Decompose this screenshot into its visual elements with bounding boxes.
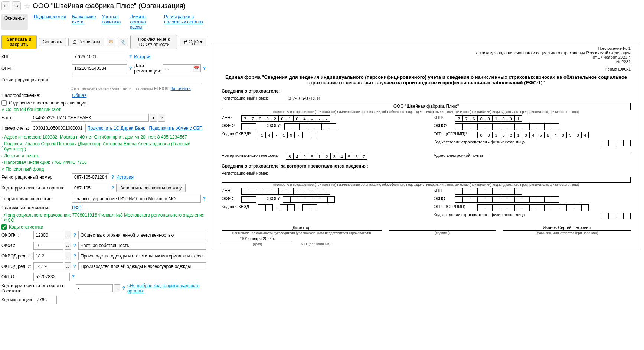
tax-link[interactable]: Общая (72, 93, 86, 98)
efs1-form-preview: Приложение № 1 к приказу Фонда пенсионно… (211, 43, 641, 249)
doc-appendix: Приложение № 1 (222, 46, 631, 51)
reg-org-input[interactable] (72, 76, 202, 84)
okved2-desc[interactable] (78, 262, 206, 270)
stats-checkbox[interactable] (1, 224, 7, 230)
help-icon[interactable]: ? (111, 175, 114, 180)
foreign-branch-checkbox[interactable] (1, 100, 7, 106)
rosstat-input[interactable] (76, 284, 113, 292)
tab-bank-accounts[interactable]: Банковские счета (72, 14, 96, 30)
help-icon[interactable]: ? (122, 286, 125, 291)
help-icon[interactable]: ? (72, 274, 75, 279)
help-icon[interactable]: ? (73, 264, 76, 269)
reg-num-input[interactable] (72, 173, 109, 181)
terr-org-input[interactable] (72, 195, 201, 203)
okved1-select[interactable]: ... (65, 252, 71, 260)
tab-tax-registrations[interactable]: Регистрации в налоговых органах (164, 14, 206, 30)
reg-num-label: Регистрационный номер: (1, 175, 71, 180)
reg-date-input[interactable] (163, 64, 193, 72)
attach-button[interactable]: 📎 (118, 38, 128, 46)
okved2-select[interactable]: ... (65, 262, 71, 270)
bank-account-section[interactable]: ∨Основной банковский счет (1, 107, 206, 112)
doc-org-name: ООО "Швейная фабрика Плюс" (222, 103, 631, 110)
stats-label: Коды статистики (9, 224, 43, 230)
help-icon[interactable]: ? (203, 196, 206, 201)
bank-label: Банк: (1, 115, 29, 120)
history-link[interactable]: История (116, 175, 134, 180)
back-button[interactable]: 🡐 (1, 1, 10, 10)
inn2-boxes: ------------ (241, 188, 330, 195)
help-icon[interactable]: ? (73, 233, 76, 238)
tab-cash-limits[interactable]: Лимиты остатка кассы (130, 14, 158, 30)
bank-open[interactable]: ↗ (158, 114, 165, 122)
account-label: Номер счета: (1, 126, 29, 131)
tab-accounting-policy[interactable]: Учетная политика (102, 14, 124, 30)
signatures-section[interactable]: ›Подписи: Иванов Сергей Петрович (Директ… (1, 141, 206, 152)
connect-1c-reporting-button[interactable]: Подключение к 1С-Отчетности (130, 35, 177, 49)
bank-dropdown[interactable]: ▾ (150, 114, 157, 122)
reg-date-label: Дата регистрации: (134, 63, 161, 74)
edo-button[interactable]: ⇄ ЭДО ▾ (180, 38, 206, 46)
kpp-label: КПП: (1, 54, 71, 59)
fill-link[interactable]: Заполнить (171, 86, 191, 91)
tab-subdivisions[interactable]: Подразделения (34, 14, 66, 30)
payment-link[interactable]: ПФР (72, 205, 82, 210)
okpo-input[interactable] (33, 273, 70, 281)
insurer-section: Сведения о страхователе: (222, 88, 631, 94)
help-icon[interactable]: ? (129, 66, 132, 71)
rosstat-select[interactable]: ... (114, 284, 120, 292)
doc-reg-num: 087-105-071284 (288, 96, 320, 101)
okopf-select[interactable]: ... (65, 231, 71, 239)
okved1-desc[interactable] (78, 252, 206, 260)
signer-name: Иванов Сергей Петрович (503, 225, 631, 231)
mail-button[interactable]: ✉ (107, 38, 115, 46)
rosstat-label: Код территориального органа Росстата: (1, 283, 74, 294)
account-input[interactable] (31, 124, 86, 132)
insp-code-label: Код инспекции: (1, 297, 33, 302)
payment-label: Платежные реквизиты: (1, 205, 71, 210)
help-icon[interactable]: ? (73, 243, 76, 248)
help-icon[interactable]: ? (203, 66, 206, 71)
doc-num: № 2281 (222, 59, 631, 64)
okopf-input[interactable] (33, 231, 63, 239)
insp-code-input[interactable] (35, 296, 57, 304)
ogrn-input[interactable] (72, 64, 127, 72)
requisites-button[interactable]: 🖨 Реквизиты (68, 38, 104, 46)
connect-sbp-link[interactable]: Подключить обмен с СБП (149, 126, 202, 131)
tab-main[interactable]: Основное (1, 14, 28, 30)
okved2-input[interactable] (33, 262, 63, 270)
director-title: Директор (222, 225, 382, 231)
okopf-desc[interactable] (78, 231, 206, 239)
fill-by-code-button[interactable]: Заполнить реквизиты по коду (116, 184, 186, 192)
help-icon[interactable]: ? (111, 185, 114, 191)
okved1-input[interactable] (33, 252, 63, 260)
help-icon[interactable]: ? (129, 54, 132, 59)
help-icon[interactable]: ? (73, 253, 76, 259)
okfs-select[interactable]: ... (65, 242, 71, 250)
tax-inspection-section[interactable]: ›Налоговая инспекция: 7766 ИФНС 7766 (1, 160, 206, 165)
star-icon[interactable]: ☆ (24, 1, 30, 10)
doc-form-label: Форма ЕФС-1 (222, 67, 631, 71)
kpp-boxes: 776601001 (455, 115, 522, 122)
bank-input[interactable] (31, 114, 149, 122)
fss-section[interactable]: ›Фонд социального страхования: 770801191… (1, 213, 206, 223)
okfs-input[interactable] (33, 242, 63, 250)
page-title: ООО "Швейная фабрика Плюс" (Организация) (33, 2, 186, 10)
logo-section[interactable]: ›Логотип и печать (1, 153, 206, 158)
terr-code-input[interactable] (72, 184, 109, 192)
okfs-desc[interactable] (78, 242, 206, 250)
doc-name-hint: (полное или сокращенное (при наличии) на… (222, 110, 631, 114)
connect-direct-link[interactable]: Подключить 1С:ДиректБанк (87, 126, 145, 131)
rosstat-hint[interactable]: <Не выбран код территориального органа> (127, 283, 206, 294)
doc-org-name-2 (222, 177, 631, 183)
save-and-close-button[interactable]: Записать и закрыть (1, 35, 37, 49)
calendar-button[interactable]: 📅 (193, 64, 201, 72)
forward-button[interactable]: 🡒 (12, 1, 21, 10)
save-button[interactable]: Записать (39, 38, 66, 46)
pension-fund-section[interactable]: ∨Пенсионный фонд (1, 166, 206, 172)
address-section[interactable]: ›Адрес и телефон: 109382, Москва г, 40 л… (1, 135, 206, 140)
phone-boxes: 84951234567 (286, 153, 367, 160)
kpp-input[interactable] (72, 53, 127, 61)
history-link[interactable]: История (134, 54, 151, 59)
insurer2-section: Сведения о страхователе, за которого пре… (222, 163, 631, 169)
doc-decree: к приказу Фонда пенсионного и социальног… (222, 51, 631, 55)
